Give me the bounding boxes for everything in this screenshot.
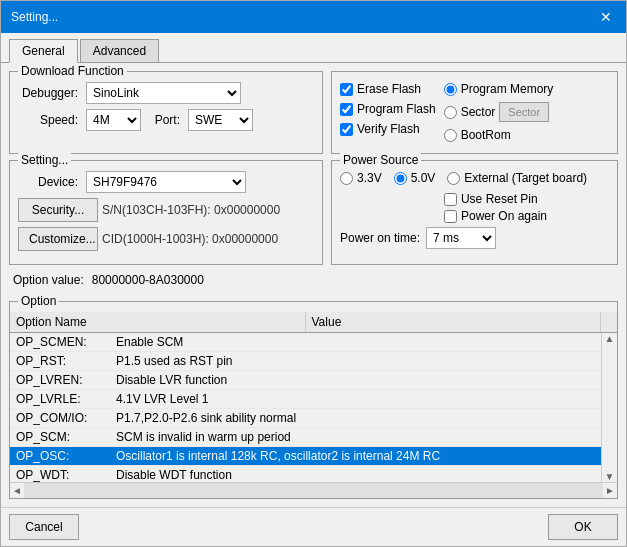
scroll-up-arrow[interactable]: ▲ bbox=[605, 333, 615, 344]
power-time-select[interactable]: 1 ms 3 ms 5 ms 7 ms 10 ms 20 ms bbox=[426, 227, 496, 249]
dialog-body: Download Function Debugger: SinoLink Spe… bbox=[1, 63, 626, 507]
sector-label: Sector bbox=[461, 105, 496, 119]
program-flash-label: Program Flash bbox=[357, 102, 436, 116]
option-value-row: Option value: 80000000-8A030000 bbox=[9, 271, 618, 289]
power-source-group: Power Source 3.3V 5.0V External (Target … bbox=[331, 160, 618, 265]
sector-button[interactable]: Sector bbox=[499, 102, 549, 122]
sector-radio[interactable] bbox=[444, 106, 457, 119]
option-name-cell: OP_OSC: bbox=[10, 447, 110, 465]
v33-row: 3.3V bbox=[340, 171, 382, 185]
option-group: Option Option Name Value OP_SCMEN: Enabl… bbox=[9, 301, 618, 499]
scroll-down-arrow[interactable]: ▼ bbox=[605, 471, 615, 482]
option-row[interactable]: OP_WDT: Disable WDT function bbox=[10, 466, 601, 482]
option-value-cell: Disable WDT function bbox=[110, 466, 601, 482]
option-value-cell: P1.5 used as RST pin bbox=[110, 352, 601, 370]
option-row[interactable]: OP_SCM: SCM is invalid in warm up period bbox=[10, 428, 601, 447]
external-row: External (Target board) bbox=[447, 171, 587, 185]
option-header: Option Name Value bbox=[10, 312, 617, 333]
option-value-label: Option value: bbox=[13, 273, 84, 287]
option-name-cell: OP_COM/IO: bbox=[10, 409, 110, 427]
erase-flash-label: Erase Flash bbox=[357, 82, 421, 96]
port-label: Port: bbox=[145, 113, 180, 127]
col-option-value: Value bbox=[306, 312, 602, 332]
use-reset-label: Use Reset Pin bbox=[461, 192, 538, 206]
download-function-group: Download Function Debugger: SinoLink Spe… bbox=[9, 71, 323, 154]
device-select[interactable]: SH79F9476 bbox=[86, 171, 246, 193]
use-reset-row: Use Reset Pin bbox=[340, 192, 609, 206]
memory-type-radios: Program Memory Sector Sector BootRom bbox=[444, 82, 554, 145]
v50-radio[interactable] bbox=[394, 172, 407, 185]
option-value-cell: 4.1V LVR Level 1 bbox=[110, 390, 601, 408]
debugger-label: Debugger: bbox=[18, 86, 78, 100]
debugger-select[interactable]: SinoLink bbox=[86, 82, 241, 104]
bootrom-label: BootRom bbox=[461, 128, 511, 142]
power-on-checkbox[interactable] bbox=[444, 210, 457, 223]
setting-group-label: Setting... bbox=[18, 153, 71, 167]
dialog-title: Setting... bbox=[11, 10, 58, 24]
speed-select[interactable]: 4M bbox=[86, 109, 141, 131]
dialog: Setting... ✕ General Advanced Download F… bbox=[0, 0, 627, 547]
port-select[interactable]: SWE bbox=[188, 109, 253, 131]
external-radio[interactable] bbox=[447, 172, 460, 185]
verify-flash-checkbox[interactable] bbox=[340, 123, 353, 136]
option-value-cell: Oscillator1 is internal 128k RC, oscilla… bbox=[110, 447, 601, 465]
external-label: External (Target board) bbox=[464, 171, 587, 185]
v50-label: 5.0V bbox=[411, 171, 436, 185]
v50-row: 5.0V bbox=[394, 171, 436, 185]
top-row: Download Function Debugger: SinoLink Spe… bbox=[9, 71, 618, 154]
option-row[interactable]: OP_OSC: Oscillator1 is internal 128k RC,… bbox=[10, 447, 601, 466]
security-button[interactable]: Security... bbox=[18, 198, 98, 222]
ok-button[interactable]: OK bbox=[548, 514, 618, 540]
erase-flash-checkbox[interactable] bbox=[340, 83, 353, 96]
bootrom-radio[interactable] bbox=[444, 129, 457, 142]
tab-general[interactable]: General bbox=[9, 39, 78, 63]
program-memory-radio[interactable] bbox=[444, 83, 457, 96]
cid-info: CID(1000H-1003H): 0x00000000 bbox=[102, 232, 278, 246]
option-name-cell: OP_LVRLE: bbox=[10, 390, 110, 408]
setting-group: Setting... Device: SH79F9476 Security...… bbox=[9, 160, 323, 265]
verify-flash-row: Verify Flash bbox=[340, 122, 436, 136]
power-on-row: Power On again bbox=[340, 209, 609, 223]
option-row[interactable]: OP_COM/IO: P1.7,P2.0-P2.6 sink ability n… bbox=[10, 409, 601, 428]
option-value-cell: Enable SCM bbox=[110, 333, 601, 351]
voltage-row: 3.3V 5.0V External (Target board) bbox=[340, 171, 609, 188]
program-flash-checkbox[interactable] bbox=[340, 103, 353, 116]
scroll-left-arrow[interactable]: ◄ bbox=[10, 485, 24, 496]
program-memory-label: Program Memory bbox=[461, 82, 554, 96]
use-reset-checkbox[interactable] bbox=[444, 193, 457, 206]
option-table-wrap: OP_SCMEN: Enable SCM OP_RST: P1.5 used a… bbox=[10, 333, 617, 482]
option-row[interactable]: OP_LVRLE: 4.1V LVR Level 1 bbox=[10, 390, 601, 409]
flash-checks: Erase Flash Program Flash Verify Flash bbox=[340, 82, 436, 145]
power-time-label: Power on time: bbox=[340, 231, 420, 245]
v33-label: 3.3V bbox=[357, 171, 382, 185]
option-row[interactable]: OP_SCMEN: Enable SCM bbox=[10, 333, 601, 352]
customize-row: Customize... CID(1000H-1003H): 0x0000000… bbox=[18, 227, 314, 251]
speed-label: Speed: bbox=[18, 113, 78, 127]
device-label: Device: bbox=[18, 175, 78, 189]
tabs-bar: General Advanced bbox=[1, 33, 626, 63]
security-row: Security... S/N(103CH-103FH): 0x00000000 bbox=[18, 198, 314, 222]
power-on-label: Power On again bbox=[461, 209, 547, 223]
option-name-cell: OP_LVREN: bbox=[10, 371, 110, 389]
v33-radio[interactable] bbox=[340, 172, 353, 185]
horiz-track[interactable] bbox=[24, 483, 603, 498]
option-value: 80000000-8A030000 bbox=[92, 273, 204, 287]
cancel-button[interactable]: Cancel bbox=[9, 514, 79, 540]
scroll-right-arrow[interactable]: ► bbox=[603, 485, 617, 496]
option-rows[interactable]: OP_SCMEN: Enable SCM OP_RST: P1.5 used a… bbox=[10, 333, 601, 482]
option-row[interactable]: OP_LVREN: Disable LVR function bbox=[10, 371, 601, 390]
horizontal-scrollbar[interactable]: ◄ ► bbox=[10, 482, 617, 498]
close-button[interactable]: ✕ bbox=[596, 7, 616, 27]
program-flash-row: Program Flash bbox=[340, 102, 436, 116]
sn-info: S/N(103CH-103FH): 0x00000000 bbox=[102, 203, 280, 217]
col-option-name: Option Name bbox=[10, 312, 306, 332]
customize-button[interactable]: Customize... bbox=[18, 227, 98, 251]
option-row[interactable]: OP_RST: P1.5 used as RST pin bbox=[10, 352, 601, 371]
speed-port-row: Speed: 4M Port: SWE bbox=[18, 109, 314, 131]
option-name-cell: OP_SCMEN: bbox=[10, 333, 110, 351]
footer: Cancel OK bbox=[1, 507, 626, 546]
middle-row: Setting... Device: SH79F9476 Security...… bbox=[9, 160, 618, 265]
vertical-scrollbar[interactable]: ▲ ▼ bbox=[601, 333, 617, 482]
tab-advanced[interactable]: Advanced bbox=[80, 39, 159, 62]
power-time-row: Power on time: 1 ms 3 ms 5 ms 7 ms 10 ms… bbox=[340, 227, 609, 249]
